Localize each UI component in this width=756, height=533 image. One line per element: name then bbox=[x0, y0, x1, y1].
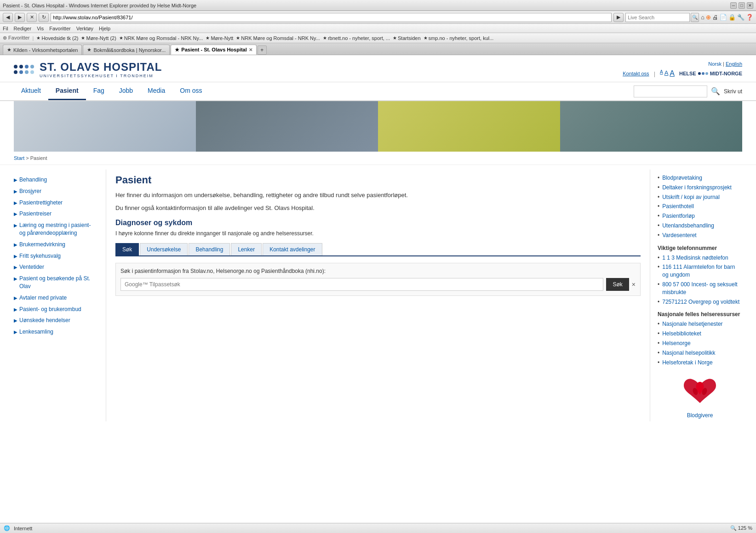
google-search-input[interactable] bbox=[120, 278, 603, 291]
content-tab-1[interactable]: Undersøkelse bbox=[140, 243, 188, 255]
nav-aktuelt[interactable]: Aktuelt bbox=[14, 82, 48, 100]
fav-item-7[interactable]: ★smp.no - nyheter, sport, kul... bbox=[424, 35, 494, 41]
resource-link-1[interactable]: Helsebiblioteket bbox=[662, 330, 701, 338]
sidebar-item-6[interactable]: ▶ Fritt sykehusvalg bbox=[14, 250, 97, 262]
menu-rediger[interactable]: Rediger bbox=[14, 26, 32, 31]
tools-icon[interactable]: 🔧 bbox=[737, 14, 745, 21]
dot-8 bbox=[30, 70, 34, 74]
nav-jobb[interactable]: Jobb bbox=[112, 82, 140, 100]
go-btn[interactable]: ▶ bbox=[613, 13, 624, 22]
menu-vis[interactable]: Vis bbox=[37, 26, 44, 31]
address-bar[interactable] bbox=[51, 13, 612, 22]
sidebar-item-9[interactable]: ▶ Avtaler med private bbox=[14, 292, 97, 304]
menu-hjelp[interactable]: Hjelp bbox=[99, 26, 110, 31]
new-tab-btn[interactable]: + bbox=[258, 45, 267, 55]
content-tab-2[interactable]: Behandling bbox=[189, 243, 230, 255]
sidebar-item-4[interactable]: ▶ Læring og mestring i pasient- og pårør… bbox=[14, 220, 97, 239]
back-btn[interactable]: ◀ bbox=[3, 13, 13, 22]
restore-btn[interactable]: □ bbox=[739, 2, 745, 9]
refresh-btn[interactable]: ↻ bbox=[39, 13, 49, 22]
norsk-link[interactable]: Norsk bbox=[708, 61, 722, 67]
sidebar-item-7[interactable]: ▶ Ventetider bbox=[14, 261, 97, 273]
tab-0[interactable]: ★ Kilden - Virksomhetsportalen bbox=[3, 45, 82, 55]
fav-item-1[interactable]: ★Møre-Nytt (2) bbox=[81, 35, 116, 41]
blood-donor-link[interactable]: Blodgivere bbox=[687, 412, 713, 420]
print-icon[interactable]: 🖨 bbox=[712, 14, 718, 21]
forward-btn[interactable]: ▶ bbox=[15, 13, 25, 22]
resource-link-3[interactable]: Nasjonal helsepolitikk bbox=[662, 349, 715, 357]
page-icon[interactable]: 📄 bbox=[720, 14, 727, 21]
fav-item-3[interactable]: ★Møre-Nytt bbox=[206, 35, 233, 41]
right-link-anchor-4[interactable]: Pasientforløp bbox=[662, 212, 695, 220]
sidebar-item-1[interactable]: ▶ Brosjyrer bbox=[14, 186, 97, 197]
sidebar-item-0[interactable]: ▶ Behandling bbox=[14, 174, 97, 186]
sidebar-item-11[interactable]: ▶ Uønskede hendelser bbox=[14, 315, 97, 326]
dot-2 bbox=[19, 65, 23, 68]
fav-item-4[interactable]: ★NRK Møre og Romsdal - NRK Ny... bbox=[236, 35, 320, 41]
sidebar-item-5[interactable]: ▶ Brukermedvirkning bbox=[14, 239, 97, 250]
phone-link-2[interactable]: 800 57 000 Incest- og seksuelt misbrukte bbox=[662, 281, 742, 296]
tab-0-icon: ★ bbox=[7, 47, 11, 53]
sidebar-item-10[interactable]: ▶ Pasient- og brukerombud bbox=[14, 304, 97, 315]
logo-name[interactable]: ST. OLAVS HOSPITAL bbox=[40, 61, 162, 74]
stop-btn[interactable]: ✕ bbox=[27, 13, 37, 22]
fav-item-2[interactable]: ★NRK Møre og Romsdal - NRK Ny... bbox=[119, 35, 203, 41]
right-link-anchor-6[interactable]: Vardesenteret bbox=[662, 232, 697, 239]
font-small[interactable]: A bbox=[660, 69, 663, 78]
right-link-anchor-2[interactable]: Utskrift / kopi av journal bbox=[662, 193, 720, 201]
arrow-5: ▶ bbox=[14, 242, 17, 248]
tab-2[interactable]: ★ Pasient - St. Olavs Hospital ✕ bbox=[171, 45, 256, 55]
safety-icon[interactable]: 🔒 bbox=[728, 14, 736, 21]
print-btn[interactable]: Skriv ut bbox=[724, 88, 742, 95]
site-search-btn[interactable]: 🔍 bbox=[711, 87, 720, 96]
sidebar-item-2[interactable]: ▶ Pasientrettigheter bbox=[14, 197, 97, 209]
site-search-input[interactable] bbox=[634, 85, 707, 97]
tab-2-close[interactable]: ✕ bbox=[249, 47, 252, 52]
help-icon[interactable]: ❓ bbox=[746, 14, 753, 21]
resource-link-0[interactable]: Nasjonale helsetjenester bbox=[662, 320, 722, 328]
content-tab-0[interactable]: Søk bbox=[115, 243, 139, 255]
sidebar-item-3[interactable]: ▶ Pasientreiser bbox=[14, 208, 97, 220]
sidebar-label-11: Uønskede hendelser bbox=[19, 317, 70, 324]
nav-fag[interactable]: Fag bbox=[86, 82, 112, 100]
phone-link-3[interactable]: 72571212 Overgrep og voldtekt bbox=[662, 298, 739, 306]
right-link-anchor-0[interactable]: Blodprøvetaking bbox=[662, 174, 702, 182]
font-medium[interactable]: A bbox=[664, 69, 669, 78]
content-tab-4[interactable]: Kontakt avdelinger bbox=[263, 243, 322, 255]
google-clear-btn[interactable]: × bbox=[632, 281, 636, 288]
phone-link-0[interactable]: 1 1 3 Medisinsk nødtelefon bbox=[662, 254, 728, 262]
breadcrumb: Start > Pasient bbox=[0, 152, 756, 165]
resource-link-2[interactable]: Helsenorge bbox=[662, 340, 690, 347]
sidebar-item-8[interactable]: ▶ Pasient og besøkende på St. Olav bbox=[14, 273, 97, 292]
close-btn[interactable]: ✕ bbox=[747, 2, 753, 9]
right-link-anchor-1[interactable]: Deltaker i forskningsprosjekt bbox=[662, 184, 732, 192]
menu-favoritter[interactable]: Favoritter bbox=[49, 26, 70, 31]
live-search-btn[interactable]: 🔍 bbox=[691, 13, 699, 22]
arrow-0: ▶ bbox=[14, 177, 17, 183]
content-tab-3[interactable]: Lenker bbox=[231, 243, 262, 255]
fav-item-0[interactable]: ★Hovedside tk (2) bbox=[36, 35, 78, 41]
english-link[interactable]: English bbox=[726, 61, 742, 67]
live-search-input[interactable] bbox=[625, 13, 690, 22]
right-link-anchor-3[interactable]: Pasienthotell bbox=[662, 203, 694, 210]
phone-link-1[interactable]: 116 111 Alarmtelefon for barn og ungdom bbox=[662, 263, 742, 279]
fav-item-5[interactable]: ★rbnett.no - nyheter, sport, ... bbox=[323, 35, 390, 41]
google-search-btn[interactable]: Søk bbox=[606, 278, 629, 291]
right-link-anchor-5[interactable]: Utenlandsbehandling bbox=[662, 222, 714, 230]
breadcrumb-start[interactable]: Start bbox=[14, 155, 24, 161]
nav-om-oss[interactable]: Om oss bbox=[172, 82, 209, 100]
font-large[interactable]: A bbox=[670, 69, 675, 78]
nav-pasient[interactable]: Pasient bbox=[48, 82, 86, 100]
nav-media[interactable]: Media bbox=[140, 82, 172, 100]
home-icon[interactable]: ⌂ bbox=[701, 14, 704, 21]
resource-link-4[interactable]: Helseforetak i Norge bbox=[662, 359, 712, 367]
fav-item-6[interactable]: ★Startsiden bbox=[393, 35, 421, 41]
sidebar-item-12[interactable]: ▶ Lenkesamling bbox=[14, 326, 97, 338]
contact-link[interactable]: Kontakt oss bbox=[623, 71, 649, 76]
menu-verktoy[interactable]: Verktøy bbox=[76, 26, 93, 31]
minimize-btn[interactable]: ─ bbox=[730, 2, 737, 9]
tab-1[interactable]: ★ Bokmål&sordboka | Nynorskor... bbox=[83, 45, 170, 55]
menu-fil[interactable]: Fil bbox=[3, 26, 8, 31]
browser-window-controls[interactable]: ─ □ ✕ bbox=[730, 2, 753, 9]
rss-icon[interactable]: ⊕ bbox=[706, 14, 711, 21]
